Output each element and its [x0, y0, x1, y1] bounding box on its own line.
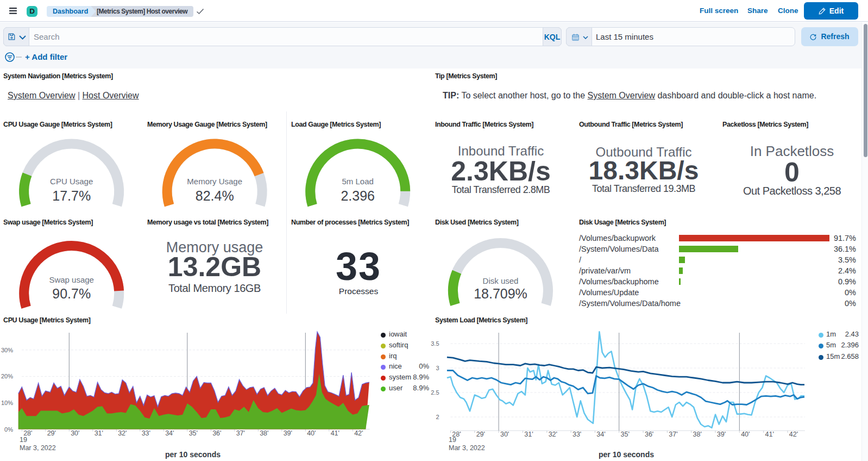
svg-text:5m Load: 5m Load: [342, 177, 374, 186]
svg-text:39': 39': [717, 431, 726, 438]
svg-text:30%: 30%: [1, 347, 13, 353]
svg-text:32': 32': [118, 429, 127, 437]
svg-text:36': 36': [645, 431, 653, 438]
svg-text:32': 32': [549, 431, 557, 438]
svg-text:3.5: 3.5: [431, 340, 439, 347]
svg-text:42': 42': [789, 431, 798, 438]
svg-text:Memory Usage: Memory Usage: [187, 177, 242, 186]
svg-text:40': 40': [307, 429, 316, 437]
svg-text:3: 3: [436, 365, 439, 371]
svg-text:38': 38': [693, 431, 702, 438]
svg-text:CPU Usage: CPU Usage: [50, 177, 93, 186]
svg-text:34': 34': [596, 431, 605, 438]
svg-text:90.7%: 90.7%: [52, 286, 91, 301]
svg-text:2.5: 2.5: [431, 389, 439, 396]
svg-text:35': 35': [189, 429, 198, 437]
svg-text:10%: 10%: [1, 400, 13, 406]
svg-text:Disk used: Disk used: [483, 276, 519, 285]
svg-text:0%: 0%: [4, 426, 13, 433]
svg-text:36': 36': [212, 429, 221, 437]
svg-text:2: 2: [436, 414, 439, 420]
svg-text:30': 30': [500, 431, 509, 438]
svg-text:42': 42': [354, 429, 363, 437]
svg-text:30': 30': [71, 429, 79, 437]
svg-text:41': 41': [331, 429, 339, 437]
svg-text:33': 33': [573, 431, 581, 438]
svg-text:2.396: 2.396: [341, 188, 375, 203]
svg-text:37': 37': [669, 431, 677, 438]
svg-text:82.4%: 82.4%: [196, 188, 234, 203]
svg-text:33': 33': [142, 429, 150, 437]
svg-text:37': 37': [236, 429, 245, 437]
svg-text:20%: 20%: [1, 373, 13, 379]
svg-text:41': 41': [765, 431, 774, 438]
svg-text:Swap usage: Swap usage: [49, 275, 94, 284]
svg-text:38': 38': [260, 429, 268, 437]
svg-text:31': 31': [95, 429, 103, 437]
svg-text:17.7%: 17.7%: [52, 188, 91, 203]
svg-text:34': 34': [165, 429, 174, 437]
svg-text:18.709%: 18.709%: [474, 286, 527, 301]
svg-text:39': 39': [284, 429, 292, 437]
svg-text:40': 40': [741, 431, 750, 438]
svg-text:31': 31': [524, 431, 533, 438]
svg-text:35': 35': [621, 431, 630, 438]
